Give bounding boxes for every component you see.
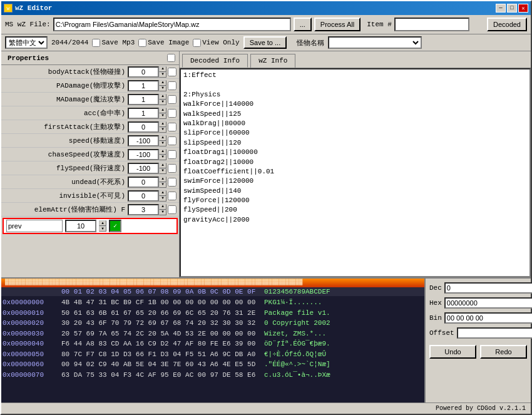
property-checkbox[interactable]: [168, 164, 176, 173]
hex-address: 0x00000010: [3, 308, 59, 319]
dec-input[interactable]: [444, 282, 532, 294]
spinner-down[interactable]: ▼: [159, 72, 166, 78]
close-button[interactable]: ✕: [518, 4, 528, 13]
options-toolbar: 繁體中文 2044/2044 Save Mp3 Save Image View …: [1, 34, 531, 51]
property-value-input[interactable]: [128, 80, 159, 91]
hex-bytes[interactable]: 20 57 69 7A 65 74 2C 20 5A 4D 53 2E 00 0…: [61, 329, 262, 339]
save-to-button[interactable]: Save to ...: [243, 36, 287, 49]
decoded-button[interactable]: Decoded: [487, 18, 527, 31]
redo-button[interactable]: Redo: [480, 345, 527, 359]
spinner-down[interactable]: ▼: [159, 127, 166, 133]
save-mp3-label[interactable]: Save Mp3: [92, 39, 135, 47]
property-value-input[interactable]: [128, 149, 159, 160]
spinner-down[interactable]: ▼: [159, 182, 166, 188]
spinner-up[interactable]: ▲: [159, 177, 166, 182]
hex-chars: ."ÉÉ@«^.>~`C¦Næ]: [264, 359, 330, 370]
prev-value-input[interactable]: [65, 220, 96, 232]
decoded-line: floatDrag1||100000: [183, 148, 527, 157]
spinner-down[interactable]: ▼: [159, 210, 166, 215]
property-checkbox[interactable]: [168, 205, 176, 214]
prev-confirm-button[interactable]: ✓: [109, 220, 121, 232]
property-checkbox[interactable]: [168, 123, 176, 131]
language-select[interactable]: 繁體中文: [5, 36, 48, 49]
maximize-button[interactable]: □: [507, 4, 517, 13]
minimize-button[interactable]: ─: [496, 4, 506, 13]
property-checkbox[interactable]: [168, 150, 176, 159]
spinner-down[interactable]: ▼: [159, 86, 166, 91]
hex-bytes[interactable]: 50 61 63 6B 61 67 65 20 66 69 6C 65 20 7…: [61, 308, 262, 319]
property-value-input[interactable]: [128, 121, 159, 133]
hex-bytes[interactable]: 00 94 02 C9 40 AB 5E 04 3E 7E 60 43 A6 4…: [61, 359, 262, 370]
tab-decoded-info[interactable]: Decoded Info: [182, 54, 248, 68]
prev-label-input[interactable]: [6, 220, 63, 232]
spinner-down[interactable]: ▼: [159, 141, 166, 146]
property-name: firstAttack(主動攻擊): [1, 122, 128, 131]
property-name: acc(命中率): [1, 108, 128, 118]
spinner-down[interactable]: ▼: [159, 168, 166, 174]
dec-row: Dec: [429, 282, 527, 294]
properties-checkbox[interactable]: [167, 54, 175, 62]
item-number-input[interactable]: [394, 18, 469, 31]
spinner-up[interactable]: ▲: [159, 163, 166, 168]
hex-bytes[interactable]: 63 DA 75 33 04 F3 4C AF 95 E0 AC 00 97 D…: [61, 370, 262, 381]
hex-bytes[interactable]: F6 44 A8 83 CD AA 16 C9 D2 47 AF 80 FE E…: [61, 339, 262, 349]
property-value-input[interactable]: [128, 66, 159, 78]
property-value-input[interactable]: [128, 177, 159, 188]
prev-spinner-up[interactable]: ▲: [99, 220, 106, 226]
property-checkbox[interactable]: [168, 192, 176, 200]
property-checkbox[interactable]: [168, 136, 176, 145]
properties-title: Properties: [8, 54, 49, 62]
save-mp3-checkbox[interactable]: [92, 39, 100, 47]
view-only-label[interactable]: View Only: [193, 39, 239, 47]
hex-content[interactable]: 0x000000004B 4B 47 31 BC B9 CF 1B 00 00 …: [1, 296, 424, 402]
spinner-down[interactable]: ▼: [159, 155, 166, 160]
property-value-input[interactable]: [128, 94, 159, 105]
save-image-checkbox[interactable]: [138, 39, 146, 47]
spinner-up[interactable]: ▲: [159, 80, 166, 86]
property-checkbox[interactable]: [168, 68, 176, 76]
hex-input[interactable]: [444, 297, 532, 309]
spinner-down[interactable]: ▼: [159, 196, 166, 202]
property-value-input[interactable]: [128, 204, 159, 215]
bin-input[interactable]: [444, 312, 532, 324]
spinner-down[interactable]: ▼: [159, 113, 166, 119]
property-name: flySpeed(飛行速度): [1, 163, 128, 173]
prev-spinner-down[interactable]: ▼: [99, 226, 106, 232]
view-only-checkbox[interactable]: [193, 39, 201, 47]
spinner-up[interactable]: ▲: [159, 108, 166, 113]
spinner-up[interactable]: ▲: [159, 190, 166, 196]
browse-button[interactable]: ...: [294, 18, 312, 31]
hex-bytes[interactable]: 80 7C F7 C8 1D D3 66 F1 D3 04 F5 51 A6 9…: [61, 349, 262, 360]
file-path-input[interactable]: [53, 18, 291, 31]
property-checkbox[interactable]: [168, 81, 176, 90]
decoded-line: walkForce||140000: [183, 100, 527, 109]
property-checkbox[interactable]: [168, 178, 176, 187]
decoded-line: slipSpeed||120: [183, 138, 527, 148]
property-checkbox[interactable]: [168, 109, 176, 118]
monster-select[interactable]: [328, 36, 422, 49]
hex-bytes[interactable]: 4B 4B 47 31 BC B9 CF 1B 00 00 00 00 00 0…: [61, 297, 262, 308]
spinner-up[interactable]: ▲: [159, 66, 166, 72]
property-value-input[interactable]: [128, 163, 159, 174]
spinner-up[interactable]: ▲: [159, 121, 166, 127]
hex-address: 0x00000020: [3, 318, 59, 329]
save-image-label[interactable]: Save Image: [138, 39, 189, 47]
property-value-input[interactable]: [128, 190, 159, 202]
property-value-input[interactable]: [128, 108, 159, 119]
hex-bytes[interactable]: 30 20 43 6F 70 79 72 69 67 68 74 20 32 3…: [61, 318, 262, 329]
spinner-up[interactable]: ▲: [159, 149, 166, 155]
property-row: PADamage(物理攻擊)▲▼: [1, 79, 179, 93]
property-checkbox[interactable]: [168, 95, 176, 104]
spinner-down[interactable]: ▼: [159, 100, 166, 105]
tab-wz-info[interactable]: wZ Info: [250, 54, 295, 68]
decoded-line: 2:Physics: [183, 90, 527, 100]
property-row: flySpeed(飛行速度)▲▼: [1, 161, 179, 175]
undo-button[interactable]: Undo: [429, 345, 476, 359]
hex-address: 0x00000070: [3, 370, 59, 381]
process-all-button[interactable]: Process All: [314, 18, 361, 31]
spinner-up[interactable]: ▲: [159, 94, 166, 100]
spinner-up[interactable]: ▲: [159, 135, 166, 141]
spinner-up[interactable]: ▲: [159, 204, 166, 210]
offset-input[interactable]: [457, 327, 532, 339]
property-value-input[interactable]: [128, 135, 159, 146]
